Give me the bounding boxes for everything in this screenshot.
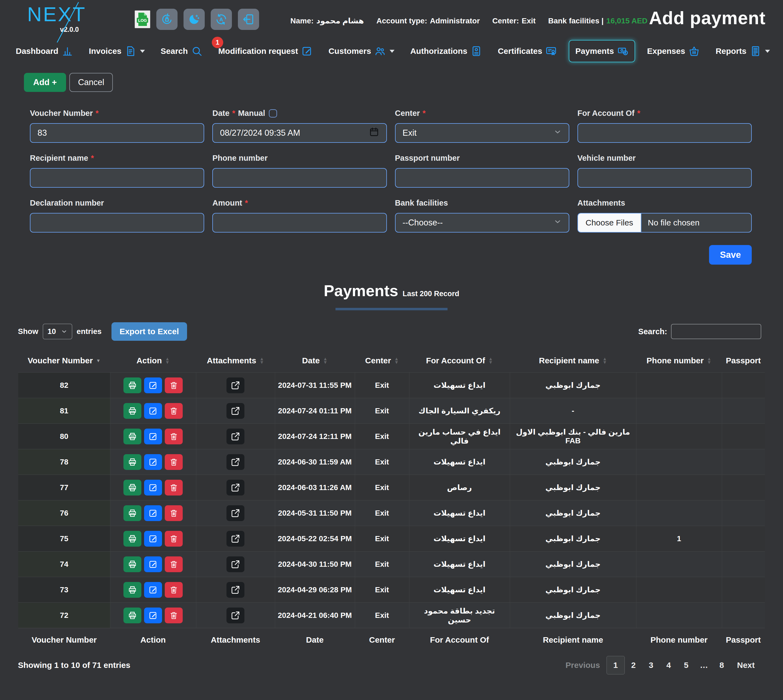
nav-item-dashboard[interactable]: Dashboard [12, 42, 77, 61]
nav-item-invoices[interactable]: Invoices [85, 42, 149, 61]
column-header[interactable]: Passport [722, 349, 765, 373]
print-button[interactable] [123, 377, 142, 393]
sort-icon[interactable]: ▲▼ [707, 357, 711, 364]
column-header[interactable]: Date▲▼ [275, 349, 355, 373]
print-button[interactable] [123, 480, 142, 495]
edit-button[interactable] [144, 480, 162, 495]
edit-button[interactable] [144, 557, 162, 572]
edit-button[interactable] [144, 403, 162, 419]
pagination-page-8[interactable]: 8 [713, 656, 731, 674]
column-header[interactable]: Center▲▼ [355, 349, 409, 373]
delete-button[interactable] [165, 505, 183, 521]
translate-button[interactable]: A [211, 9, 232, 30]
sort-icon[interactable]: ▼ [96, 359, 101, 363]
delete-button[interactable] [165, 557, 183, 572]
copyright-link[interactable]: www.Nadim.pro [406, 698, 472, 700]
delete-button[interactable] [165, 454, 183, 470]
manual-checkbox[interactable] [269, 109, 277, 117]
print-button[interactable] [123, 557, 142, 572]
nav-item-settings[interactable]: Settings [782, 42, 783, 61]
pagination-page-2[interactable]: 2 [625, 656, 643, 674]
dark-mode-button[interactable] [183, 9, 205, 30]
nav-item-authorizations[interactable]: Authorizations [406, 42, 486, 61]
open-attachment-button[interactable] [227, 454, 245, 470]
open-attachment-button[interactable] [227, 531, 245, 547]
declaration-number-input[interactable] [30, 213, 204, 233]
sort-icon[interactable]: ▲▼ [259, 357, 264, 364]
column-header[interactable]: Recipient name▲▼ [510, 349, 636, 373]
open-attachment-button[interactable] [227, 557, 245, 572]
delete-button[interactable] [165, 531, 183, 547]
center-select[interactable]: Exit [395, 123, 569, 143]
open-attachment-button[interactable] [227, 608, 245, 623]
page-size-select[interactable]: 10 [43, 323, 72, 339]
recipient-name-input[interactable] [30, 168, 204, 188]
open-attachment-button[interactable] [227, 403, 245, 419]
column-header[interactable]: For Account Of▲▼ [409, 349, 510, 373]
delete-button[interactable] [165, 608, 183, 623]
nav-item-modification-request[interactable]: Modification request1 [215, 42, 317, 61]
pagination-page-1[interactable]: 1 [606, 656, 625, 675]
print-button[interactable] [123, 505, 142, 521]
for-account-of-input[interactable] [578, 123, 752, 143]
add-button[interactable]: Add + [24, 73, 66, 92]
nav-item-customers[interactable]: Customers [325, 42, 398, 61]
print-button[interactable] [123, 403, 142, 419]
save-button[interactable]: Save [709, 245, 752, 265]
sort-icon[interactable]: ▲▼ [165, 357, 170, 364]
sort-icon[interactable]: ▲▼ [603, 357, 607, 364]
lock-reset-button[interactable] [156, 9, 178, 30]
pagination-page-5[interactable]: 5 [678, 656, 695, 674]
voucher-number-input[interactable] [30, 123, 204, 143]
print-button[interactable] [123, 531, 142, 547]
nav-item-payments[interactable]: Payments$ [569, 40, 635, 62]
logout-button[interactable] [238, 9, 259, 30]
open-attachment-button[interactable] [227, 505, 245, 521]
pagination-next[interactable]: Next [731, 656, 761, 674]
pagination-page-4[interactable]: 4 [660, 656, 678, 674]
edit-button[interactable] [144, 608, 162, 623]
bank-facilities-select[interactable]: --Choose-- [395, 213, 569, 233]
open-attachment-button[interactable] [227, 377, 245, 393]
nav-item-certificates[interactable]: Certificates [494, 42, 561, 61]
edit-button[interactable] [144, 454, 162, 470]
amount-input[interactable] [212, 213, 387, 233]
nav-item-expenses[interactable]: Expenses [643, 42, 704, 61]
print-button[interactable] [123, 608, 142, 623]
sort-icon[interactable]: ▲▼ [323, 357, 328, 364]
print-button[interactable] [123, 582, 142, 598]
delete-button[interactable] [165, 582, 183, 598]
phone-number-input[interactable] [212, 168, 387, 188]
passport-number-input[interactable] [395, 168, 569, 188]
nav-item-reports[interactable]: Reports [712, 42, 773, 61]
print-button[interactable] [123, 428, 142, 444]
column-header[interactable]: Attachments▲▼ [196, 349, 275, 373]
open-attachment-button[interactable] [227, 428, 245, 444]
nav-item-search[interactable]: Search [157, 42, 207, 61]
attachments-file-input[interactable]: Choose Files No file chosen [578, 213, 752, 233]
edit-button[interactable] [144, 428, 162, 444]
open-attachment-button[interactable] [227, 582, 245, 598]
column-header[interactable]: Action▲▼ [110, 349, 196, 373]
pagination-page-3[interactable]: 3 [642, 656, 660, 674]
print-button[interactable] [123, 454, 142, 470]
edit-button[interactable] [144, 531, 162, 547]
log-file-button[interactable]: LOG [135, 10, 150, 28]
column-header[interactable]: Phone number▲▼ [636, 349, 722, 373]
delete-button[interactable] [165, 428, 183, 444]
cancel-button[interactable]: Cancel [69, 73, 113, 92]
delete-button[interactable] [165, 377, 183, 393]
edit-button[interactable] [144, 582, 162, 598]
edit-button[interactable] [144, 505, 162, 521]
open-attachment-button[interactable] [227, 480, 245, 495]
column-header[interactable]: Voucher Number▼ [18, 349, 110, 373]
choose-files-button[interactable]: Choose Files [578, 213, 641, 232]
edit-button[interactable] [144, 377, 162, 393]
delete-button[interactable] [165, 403, 183, 419]
vehicle-number-input[interactable] [578, 168, 752, 188]
delete-button[interactable] [165, 480, 183, 495]
pagination-previous[interactable]: Previous [559, 656, 606, 674]
sort-icon[interactable]: ▲▼ [394, 357, 399, 364]
calendar-icon[interactable] [369, 127, 379, 139]
sort-icon[interactable]: ▲▼ [488, 357, 493, 364]
